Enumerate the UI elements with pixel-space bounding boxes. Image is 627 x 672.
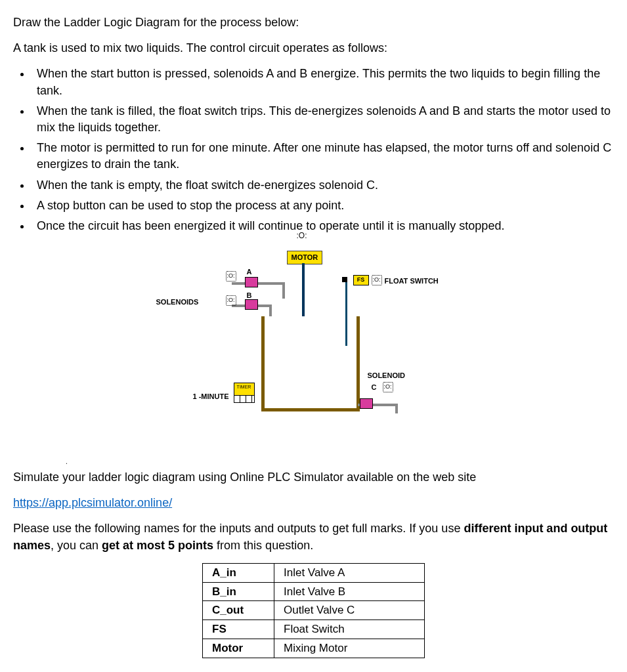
led-b-icon: :O: <box>226 295 236 306</box>
list-item: When the tank is filled, the float switc… <box>32 103 614 136</box>
cell-key: B_in <box>203 582 274 601</box>
table-row: A_inInlet Valve A <box>203 563 425 582</box>
names-table: A_inInlet Valve A B_inInlet Valve B C_ou… <box>202 563 425 658</box>
float-ball-icon <box>342 277 347 282</box>
cell-val: Mixing Motor <box>274 639 425 658</box>
float-switch-label: FLOAT SWITCH <box>385 276 439 286</box>
intro-text: A tank is used to mix two liquids. The c… <box>13 40 614 56</box>
naming-text-b: , you can <box>51 539 102 552</box>
cell-val: Outlet Valve C <box>274 601 425 620</box>
motor-label-box: MOTOR <box>287 251 323 264</box>
cell-val: Inlet Valve A <box>274 563 425 582</box>
simulate-text: Simulate your ladder logic diagram using… <box>13 469 614 486</box>
timer-label: 1 -MINUTE <box>193 392 229 402</box>
motor-led-icon: :O: <box>297 230 307 242</box>
table-row: FSFloat Switch <box>203 620 425 639</box>
led-c-icon: :O: <box>383 382 393 392</box>
pipe-a <box>232 282 284 285</box>
list-item: Once the circuit has been energized it w… <box>32 218 614 234</box>
naming-bold-2: get at most 5 points <box>102 539 213 552</box>
naming-instructions: Please use the following names for the i… <box>13 520 614 553</box>
cell-val: Inlet Valve B <box>274 582 425 601</box>
solenoid-c-label: SOLENOID <box>368 371 405 381</box>
cell-key: FS <box>203 620 274 639</box>
list-item: When the start button is pressed, soleno… <box>32 66 614 98</box>
timer-box: TIMER <box>234 383 255 396</box>
table-row: C_outOutlet Valve C <box>203 601 425 620</box>
valve-a-icon <box>245 277 258 287</box>
table-row: B_inInlet Valve B <box>203 582 425 601</box>
label-a: A <box>247 267 252 277</box>
simulator-link[interactable]: https://app.plcsimulator.online/ <box>13 496 172 509</box>
dot-marker: . <box>66 457 614 467</box>
label-b: B <box>247 291 252 301</box>
table-row: MotorMixing Motor <box>203 639 425 658</box>
process-diagram: :O: MOTOR :O: A :O: B SOLENOIDS TIMER 1 … <box>163 241 465 425</box>
list-item: A stop button can be used to stop the pr… <box>32 198 614 214</box>
cell-val: Float Switch <box>274 620 425 639</box>
float-pipe <box>345 280 347 346</box>
pipe-b-bend <box>269 304 272 318</box>
naming-text-c: from this question. <box>213 539 313 552</box>
naming-text-a: Please use the following names for the i… <box>13 522 464 535</box>
cell-key: C_out <box>203 601 274 620</box>
cell-key: Motor <box>203 639 274 658</box>
led-fs-icon: :O: <box>372 275 382 285</box>
led-a-icon: :O: <box>226 271 236 282</box>
label-c: C <box>372 383 377 392</box>
list-item: When the tank is empty, the float switch… <box>32 177 614 194</box>
pipe-a-bend <box>282 282 285 299</box>
cell-key: A_in <box>203 563 274 582</box>
valve-b-icon <box>245 299 258 310</box>
solenoids-label: SOLENOIDS <box>156 297 199 307</box>
timer-strip-icon <box>234 395 255 403</box>
pipe-c-bend <box>395 404 398 413</box>
float-switch-box: FS <box>353 275 369 285</box>
valve-c-icon <box>360 398 373 409</box>
list-item: The motor is permitted to run for one mi… <box>32 140 614 173</box>
page-title: Draw the Ladder Logic Diagram for the pr… <box>13 14 614 31</box>
bullet-list: When the start button is pressed, soleno… <box>13 66 614 234</box>
